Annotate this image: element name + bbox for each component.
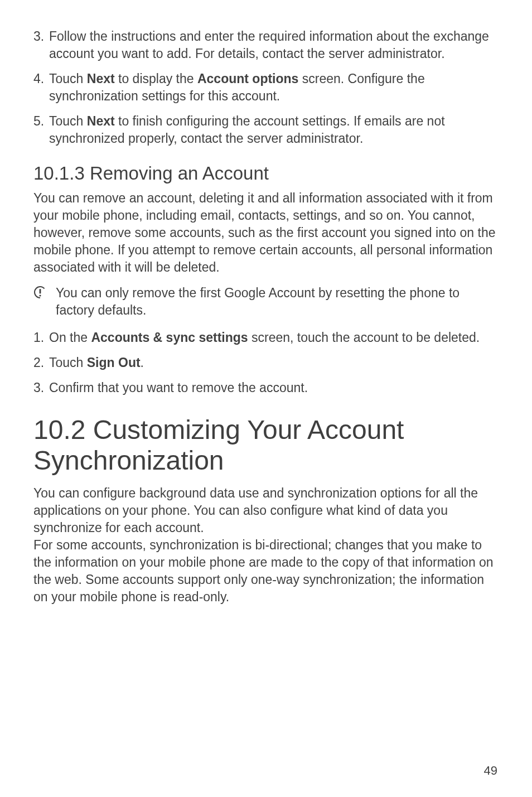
- text-run: On the: [49, 330, 91, 345]
- bold-term: Next: [87, 114, 115, 128]
- list-item-text: Touch Next to display the Account option…: [49, 70, 499, 105]
- list-item: 3.Confirm that you want to remove the ac…: [33, 379, 499, 397]
- bold-term: Next: [87, 71, 115, 86]
- paragraph-removing-account: You can remove an account, deleting it a…: [33, 190, 499, 276]
- bold-term: Sign Out: [87, 355, 141, 370]
- caution-note: You can only remove the first Google Acc…: [33, 284, 499, 319]
- subheading-removing-account: 10.1.3 Removing an Account: [33, 163, 499, 184]
- list-item-text: Touch Sign Out.: [49, 354, 499, 371]
- list-item: 1.On the Accounts & sync settings screen…: [33, 329, 499, 346]
- list-item-number: 5.: [33, 113, 49, 147]
- text-run: to display the: [115, 71, 197, 86]
- paragraph-sync-1: You can configure background data use an…: [33, 485, 499, 537]
- text-run: Touch: [49, 355, 87, 370]
- caution-icon: [33, 284, 56, 299]
- list-item: 4.Touch Next to display the Account opti…: [33, 70, 499, 105]
- text-run: Confirm that you want to remove the acco…: [49, 380, 308, 395]
- list-item-number: 1.: [33, 329, 49, 346]
- text-run: Follow the instructions and enter the re…: [49, 29, 489, 61]
- list-item: 3.Follow the instructions and enter the …: [33, 28, 499, 62]
- list-item-number: 4.: [33, 70, 49, 105]
- svg-rect-0: [40, 289, 41, 294]
- list-item: 2.Touch Sign Out.: [33, 354, 499, 371]
- instruction-list-a: 3.Follow the instructions and enter the …: [33, 28, 499, 147]
- section-heading-sync: 10.2 Customizing Your Account Synchroniz…: [33, 414, 499, 476]
- svg-point-1: [39, 294, 41, 296]
- list-item-text: Follow the instructions and enter the re…: [49, 28, 499, 62]
- list-item-number: 2.: [33, 354, 49, 371]
- list-item-text: Touch Next to finish configuring the acc…: [49, 113, 499, 147]
- list-item-text: Confirm that you want to remove the acco…: [49, 379, 499, 397]
- list-item-number: 3.: [33, 28, 49, 62]
- bold-term: Accounts & sync settings: [91, 330, 248, 345]
- paragraph-sync-2: For some accounts, synchronization is bi…: [33, 537, 499, 606]
- list-item: 5.Touch Next to finish configuring the a…: [33, 113, 499, 147]
- bold-term: Account options: [197, 71, 298, 86]
- page-number: 49: [484, 764, 497, 778]
- caution-note-text: You can only remove the first Google Acc…: [56, 284, 499, 319]
- list-item-number: 3.: [33, 379, 49, 397]
- text-run: .: [141, 355, 144, 370]
- text-run: Touch: [49, 114, 87, 128]
- list-item-text: On the Accounts & sync settings screen, …: [49, 329, 499, 346]
- instruction-list-b: 1.On the Accounts & sync settings screen…: [33, 329, 499, 397]
- text-run: Touch: [49, 71, 87, 86]
- text-run: screen, touch the account to be deleted.: [248, 330, 480, 345]
